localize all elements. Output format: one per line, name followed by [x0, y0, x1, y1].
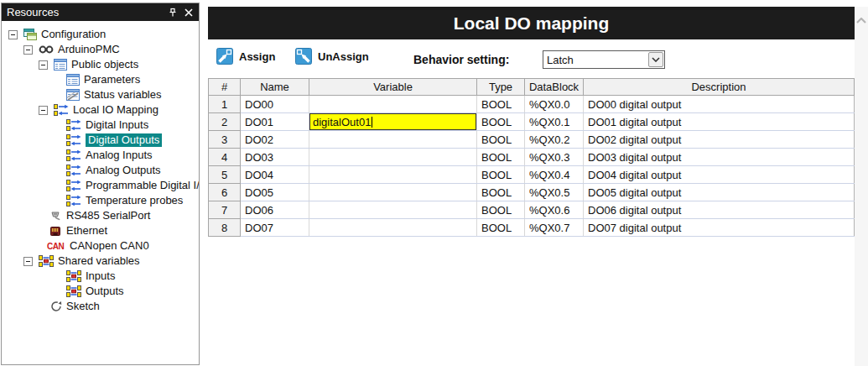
- type-cell: BOOL: [477, 96, 525, 113]
- sidebar-item-arduinopmc[interactable]: ArduinoPMC: [2, 42, 199, 57]
- arduino-icon: [39, 45, 54, 54]
- description-cell[interactable]: DO03 digital output: [584, 149, 855, 166]
- table-row: 8 DO07 BOOL %QX0.7 DO07 digital output: [209, 219, 855, 237]
- sidebar-item-rs485-serialport[interactable]: RS485 SerialPort: [2, 208, 199, 223]
- toolbar: Assign UnAssign Behavior setting: Latch: [208, 39, 855, 78]
- row-number: 2: [209, 113, 241, 131]
- close-button[interactable]: [181, 6, 195, 19]
- io-mapping-icon: [66, 149, 81, 161]
- sidebar-item-outputs[interactable]: Outputs: [2, 284, 199, 299]
- description-cell[interactable]: DO00 digital output: [584, 96, 855, 113]
- behavior-dropdown-value: Latch: [543, 54, 648, 66]
- shared-variables-icon: [39, 255, 54, 267]
- vertical-scrollbar[interactable]: [855, 7, 868, 366]
- unassign-icon: [295, 48, 312, 65]
- table-row: 3 DO02 BOOL %QX0.2 DO02 digital output: [209, 131, 855, 149]
- sidebar-item-public-objects[interactable]: Public objects: [2, 57, 199, 72]
- collapse-icon[interactable]: [39, 60, 48, 70]
- configuration-icon: [23, 29, 37, 40]
- shared-variables-icon: [66, 270, 81, 282]
- resources-title: Resources: [7, 6, 164, 18]
- sidebar-item-status-variables[interactable]: Status variables: [2, 87, 199, 102]
- variable-cell[interactable]: [309, 166, 477, 184]
- io-mapping-icon: [66, 195, 81, 207]
- table-row: 7 DO06 BOOL %QX0.6 DO06 digital output: [209, 201, 855, 219]
- sketch-icon: [50, 301, 62, 312]
- resources-panel: Resources Configuration ArduinoPMC Publi…: [1, 3, 200, 365]
- text-caret: [372, 117, 372, 128]
- collapse-icon[interactable]: [23, 45, 33, 55]
- page-title: Local DO mapping: [208, 7, 855, 39]
- sidebar-item-digital-outputs[interactable]: Digital Outputs: [2, 133, 199, 148]
- name-cell: DO00: [241, 96, 309, 113]
- datablock-cell: %QX0.3: [525, 149, 584, 166]
- datablock-cell: %QX0.5: [525, 184, 584, 201]
- sidebar-item-inputs[interactable]: Inputs: [2, 269, 199, 284]
- table-row: 1 DO00 BOOL %QX0.0 DO00 digital output: [209, 96, 855, 113]
- status-variables-icon: [66, 89, 80, 101]
- description-cell[interactable]: DO06 digital output: [584, 201, 855, 219]
- col-header-name: Name: [241, 79, 309, 96]
- collapse-icon[interactable]: [8, 30, 18, 39]
- dropdown-arrow-button[interactable]: [648, 52, 663, 67]
- col-header-description: Description: [584, 79, 855, 96]
- sidebar-item-sketch[interactable]: Sketch: [2, 299, 199, 314]
- variable-cell[interactable]: [309, 96, 477, 113]
- variable-cell[interactable]: [309, 149, 477, 166]
- datablock-cell: %QX0.0: [525, 96, 584, 113]
- type-cell: BOOL: [477, 219, 525, 237]
- table-row: 5 DO04 BOOL %QX0.4 DO04 digital output: [209, 166, 855, 184]
- variable-cell[interactable]: digitalOut01: [309, 113, 477, 131]
- type-cell: BOOL: [477, 166, 525, 184]
- sidebar-item-analog-inputs[interactable]: Analog Inputs: [2, 148, 199, 163]
- col-header-datablock: DataBlock: [525, 79, 584, 96]
- behavior-dropdown[interactable]: Latch: [543, 50, 665, 69]
- io-mapping-icon: [66, 180, 81, 191]
- sidebar-item-ethernet[interactable]: Ethernet: [2, 223, 199, 238]
- type-cell: BOOL: [477, 149, 525, 166]
- assign-button[interactable]: Assign: [216, 48, 275, 65]
- variable-cell[interactable]: [309, 131, 477, 149]
- scroll-up-icon[interactable]: [856, 18, 866, 24]
- description-cell[interactable]: DO07 digital output: [584, 219, 855, 237]
- sidebar-item-local-io-mapping[interactable]: Local IO Mapping: [2, 102, 199, 118]
- resources-titlebar: Resources: [2, 3, 199, 21]
- unassign-button[interactable]: UnAssign: [295, 48, 369, 65]
- variable-cell[interactable]: [309, 201, 477, 219]
- description-cell[interactable]: DO05 digital output: [584, 184, 855, 201]
- behavior-setting-label: Behavior setting:: [413, 53, 509, 66]
- sidebar-item-canopen-can0[interactable]: CANopen CAN0: [2, 238, 199, 254]
- sidebar-item-configuration[interactable]: Configuration: [2, 27, 199, 42]
- description-cell[interactable]: DO02 digital output: [584, 131, 855, 149]
- description-cell[interactable]: DO01 digital output: [584, 113, 855, 131]
- name-cell: DO01: [241, 113, 309, 131]
- description-cell[interactable]: DO04 digital output: [584, 166, 855, 184]
- variable-edit-input[interactable]: digitalOut01: [309, 113, 476, 130]
- sidebar-item-digital-inputs[interactable]: Digital Inputs: [2, 118, 199, 133]
- io-mapping-icon: [54, 104, 69, 116]
- list-icon: [66, 74, 80, 86]
- io-mapping-icon: [66, 134, 81, 146]
- pin-button[interactable]: [165, 6, 179, 19]
- ethernet-icon: [49, 226, 62, 237]
- name-cell: DO07: [241, 219, 309, 237]
- sidebar-item-programmable-digital-io[interactable]: Programmable Digital I/O: [2, 178, 199, 193]
- sidebar-item-parameters[interactable]: Parameters: [2, 72, 199, 87]
- variable-cell[interactable]: [309, 184, 477, 201]
- datablock-cell: %QX0.4: [525, 166, 584, 184]
- shared-variables-icon: [66, 285, 81, 297]
- variable-cell[interactable]: [309, 219, 477, 237]
- collapse-icon[interactable]: [39, 106, 48, 115]
- col-header-variable: Variable: [309, 79, 477, 96]
- sidebar-item-analog-outputs[interactable]: Analog Outputs: [2, 163, 199, 178]
- row-number: 4: [209, 149, 241, 166]
- type-cell: BOOL: [477, 201, 525, 219]
- chevron-down-icon: [652, 57, 660, 62]
- selected-tree-item: Digital Outputs: [86, 133, 162, 147]
- collapse-icon[interactable]: [23, 257, 33, 266]
- sidebar-item-shared-variables[interactable]: Shared variables: [2, 254, 199, 269]
- list-icon: [54, 59, 67, 71]
- row-number: 6: [209, 184, 241, 201]
- unassign-button-label: UnAssign: [318, 50, 369, 63]
- sidebar-item-temperature-probes[interactable]: Temperature probes: [2, 193, 199, 208]
